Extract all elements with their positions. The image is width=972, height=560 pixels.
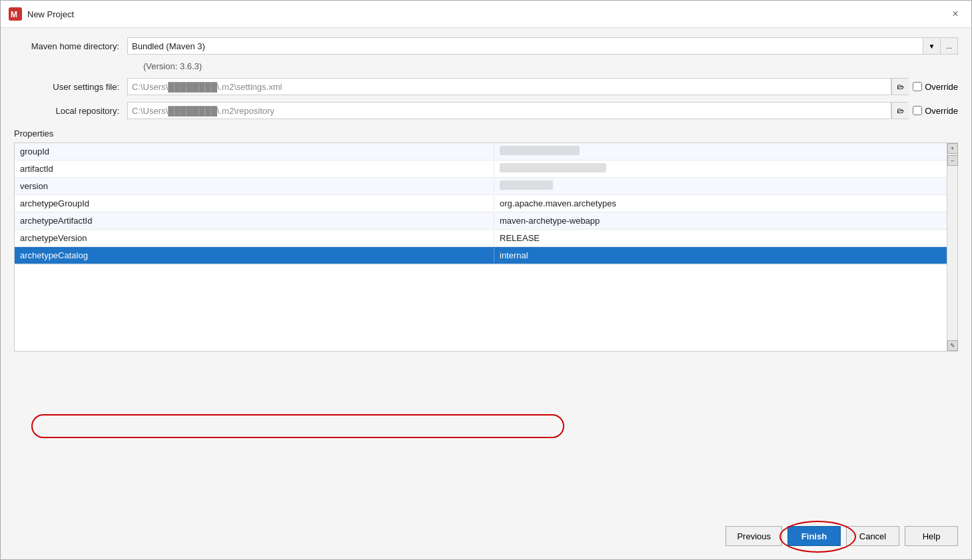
maven-home-dropdown[interactable]: Bundled (Maven 3) <box>127 37 923 55</box>
local-repo-override-area: Override <box>913 106 958 116</box>
prop-key-groupid: groupId <box>15 144 494 158</box>
edit-icon: ✎ <box>950 342 955 349</box>
prop-value-archetypecatalog: internal <box>494 248 947 262</box>
scrollbar-edit-button[interactable]: ✎ <box>947 340 958 351</box>
local-repo-override-checkbox[interactable] <box>913 106 922 115</box>
properties-container: groupId artifactId <box>14 142 958 352</box>
table-row[interactable]: artifactId <box>15 160 947 178</box>
prop-key-artifactid: artifactId <box>15 162 494 176</box>
main-content: Maven home directory: Bundled (Maven 3) … <box>1 37 971 352</box>
local-repo-input[interactable]: C:\Users\████████\.m2\repository <box>127 102 891 119</box>
table-row[interactable]: archetypeVersion RELEASE <box>15 230 947 247</box>
minus-icon: − <box>951 157 954 164</box>
user-settings-override-checkbox[interactable] <box>913 82 922 91</box>
prop-key-archetypegroupid: archetypeGroupId <box>15 196 494 210</box>
properties-table: groupId artifactId <box>14 142 947 352</box>
user-settings-input-area: C:\Users\████████\.m2\settings.xml 🗁 <box>127 78 909 95</box>
prop-key-archetypeartifactid: archetypeArtifactId <box>15 214 494 228</box>
prop-value-version <box>494 178 947 194</box>
maven-home-label: Maven home directory: <box>14 41 127 51</box>
table-row[interactable]: archetypeArtifactId maven-archetype-weba… <box>15 212 947 230</box>
svg-text:M: M <box>11 10 17 19</box>
finish-button[interactable]: Finish <box>787 526 841 546</box>
folder-icon-local: 🗁 <box>897 107 904 115</box>
help-button[interactable]: Help <box>905 526 958 546</box>
table-empty-area <box>15 264 947 351</box>
prop-key-archetypeversion: archetypeVersion <box>15 231 494 245</box>
prop-value-archetypegroupid: org.apache.maven.archetypes <box>494 196 947 210</box>
chevron-down-icon: ▼ <box>929 43 935 50</box>
user-settings-override-label: Override <box>925 82 958 92</box>
user-settings-override-area: Override <box>913 82 958 92</box>
previous-button[interactable]: Previous <box>726 526 782 546</box>
blurred-value-groupid <box>500 146 580 155</box>
properties-section: Properties groupId <box>14 129 958 352</box>
maven-home-ellipsis-button[interactable]: ... <box>941 37 958 55</box>
properties-table-wrapper: groupId artifactId <box>14 142 958 352</box>
maven-icon: M <box>9 7 22 21</box>
prop-value-artifactid <box>494 161 947 176</box>
scrollbar-plus-button[interactable]: + <box>947 143 958 154</box>
prop-value-groupid <box>494 144 947 159</box>
folder-icon: 🗁 <box>897 83 904 91</box>
finish-button-container: Finish <box>787 526 841 546</box>
maven-home-row: Maven home directory: Bundled (Maven 3) … <box>14 37 958 55</box>
user-settings-row: User settings file: C:\Users\████████\.m… <box>14 78 958 95</box>
scrollbar-minus-button[interactable]: − <box>947 155 958 166</box>
local-repo-label: Local repository: <box>14 106 127 116</box>
local-repo-folder-button[interactable]: 🗁 <box>891 102 909 119</box>
properties-title: Properties <box>14 129 958 139</box>
table-row-archetype-catalog[interactable]: archetypeCatalog internal <box>15 247 947 264</box>
user-settings-label: User settings file: <box>14 82 127 92</box>
version-text: (Version: 3.6.3) <box>22 61 958 71</box>
user-settings-input[interactable]: C:\Users\████████\.m2\settings.xml <box>127 78 891 95</box>
local-repo-input-area: C:\Users\████████\.m2\repository 🗁 <box>127 102 909 119</box>
table-row[interactable]: groupId <box>15 143 947 160</box>
table-row[interactable]: version <box>15 178 947 195</box>
maven-home-input-area: Bundled (Maven 3) ▼ ... <box>127 37 958 55</box>
prop-value-archetypeartifactid: maven-archetype-webapp <box>494 214 947 228</box>
close-button[interactable]: × <box>947 6 963 22</box>
new-project-dialog: M New Project × Maven home directory: Bu… <box>0 0 972 560</box>
title-bar-left: M New Project <box>9 7 74 21</box>
title-bar: M New Project × <box>1 1 971 28</box>
prop-key-version: version <box>15 179 494 193</box>
properties-scrollbar: + − ✎ <box>947 142 958 352</box>
local-repo-row: Local repository: C:\Users\████████\.m2\… <box>14 102 958 119</box>
prop-key-archetypecatalog: archetypeCatalog <box>15 248 494 262</box>
blurred-value-version <box>500 180 553 190</box>
archetype-catalog-annotation <box>31 414 564 438</box>
table-row[interactable]: archetypeGroupId org.apache.maven.archet… <box>15 195 947 212</box>
dialog-title: New Project <box>27 9 74 19</box>
cancel-button[interactable]: Cancel <box>846 526 899 546</box>
maven-home-dropdown-arrow[interactable]: ▼ <box>923 37 941 55</box>
prop-value-archetypeversion: RELEASE <box>494 231 947 245</box>
blurred-value-artifactid <box>500 163 606 172</box>
local-repo-override-label: Override <box>925 106 958 116</box>
user-settings-folder-button[interactable]: 🗁 <box>891 78 909 95</box>
footer-buttons: Previous Finish Cancel Help <box>726 526 958 546</box>
plus-icon: + <box>951 145 954 152</box>
